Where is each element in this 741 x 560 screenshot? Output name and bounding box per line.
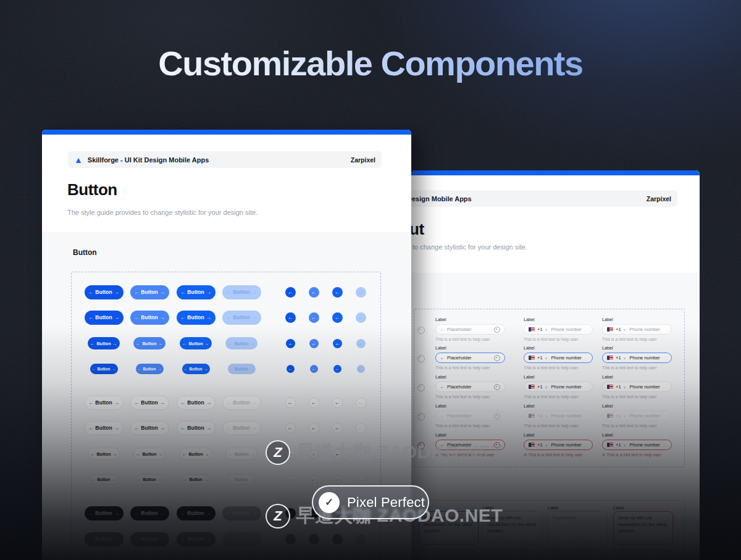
icon-button-filled[interactable]: ← (332, 312, 343, 323)
icon-button-filled[interactable]: ← (309, 312, 319, 323)
button-pill-filled[interactable]: ←Button→ (90, 364, 118, 374)
input-field-phone-filled[interactable]: +1∨Phone number (524, 382, 593, 392)
icon-button-outline[interactable]: ← (285, 423, 296, 433)
input-field-phone-disabled[interactable]: +1∨Phone number (602, 411, 672, 421)
button-pill-outline[interactable]: ←Button→ (177, 421, 216, 435)
icon-button-outline[interactable]: ← (309, 449, 319, 459)
button-pill-filled[interactable]: ←Button→ (130, 285, 169, 299)
input-field-text-disabled[interactable]: ←Placeholder (435, 411, 505, 421)
button-pill-outline[interactable]: ←Button→ (88, 448, 120, 460)
button-pill-outline-disabled[interactable]: ←Button→ (222, 396, 261, 410)
textarea-error[interactable]: Keep up with our newsletters for the lat… (613, 511, 673, 545)
button-pill-dark[interactable]: ←Button→ (130, 506, 169, 520)
icon-button-outline-disabled[interactable]: ← (356, 423, 366, 433)
button-pill-outline[interactable]: ←Button→ (130, 396, 169, 410)
button-pill-filled-disabled[interactable]: ←Button→ (222, 311, 261, 325)
icon-button-filled-disabled[interactable]: ← (356, 287, 366, 298)
button-pill-outline[interactable]: ←Button→ (177, 396, 216, 410)
button-pill-outline-disabled[interactable]: ←Button→ (225, 448, 257, 460)
icon-button-outline[interactable]: ← (310, 475, 318, 483)
input-field-phone-error[interactable]: +1∨Phone number (602, 440, 672, 450)
icon-button-outline[interactable]: ← (309, 398, 319, 408)
button-pill-filled[interactable]: ←Button→ (85, 311, 124, 325)
icon-button-dark[interactable]: ← (309, 534, 319, 545)
icon-button-filled[interactable]: ← (309, 339, 319, 348)
icon-button-filled[interactable]: ← (333, 365, 341, 373)
button-pill-outline[interactable]: ←Button→ (133, 448, 165, 460)
button-pill-filled[interactable]: ←Button→ (88, 337, 120, 349)
input-field-text-focused[interactable]: ←Placeholder (435, 353, 505, 363)
icon-button-filled[interactable]: ← (310, 365, 318, 373)
icon-button-outline-disabled[interactable]: ← (356, 449, 366, 459)
button-pill-filled[interactable]: ←Button→ (133, 337, 165, 349)
icon-button-filled-disabled[interactable]: ← (356, 312, 366, 323)
button-pill-outline-disabled[interactable]: ←Button→ (222, 421, 261, 435)
button-pill-filled[interactable]: ←Button→ (182, 364, 210, 374)
button-pill-dark[interactable]: ←Button→ (85, 532, 124, 546)
button-pill-dark[interactable]: ←Button→ (85, 506, 124, 520)
icon-button-filled[interactable]: ← (285, 312, 296, 323)
button-pill-outline[interactable]: ←Button→ (182, 474, 210, 485)
button-pill-filled[interactable]: ←Button→ (130, 311, 169, 325)
icon-button-filled-disabled[interactable]: ← (356, 339, 366, 348)
input-field-text-error[interactable]: ←Placeholder (435, 440, 505, 450)
button-pill-outline-disabled[interactable]: ←Button→ (228, 474, 256, 485)
arrow-left-icon: ← (358, 341, 363, 346)
icon-button-outline-disabled[interactable]: ← (357, 475, 365, 483)
icon-button-dark[interactable]: ← (285, 534, 296, 545)
button-pill-outline[interactable]: ←Button→ (180, 448, 212, 460)
input-field-text-filled[interactable]: ←Placeholder (435, 382, 505, 392)
button-pill-filled[interactable]: ←Button→ (177, 285, 216, 299)
arrow-left-icon: ← (359, 367, 363, 371)
icon-button-dark[interactable]: ← (332, 534, 343, 545)
button-pill-outline[interactable]: ←Button→ (85, 396, 124, 410)
icon-button-filled[interactable]: ← (286, 339, 295, 348)
icon-button-outline[interactable]: ← (309, 423, 319, 433)
button-pill-filled[interactable]: ←Button→ (180, 337, 212, 349)
icon-button-filled[interactable]: ← (309, 287, 319, 298)
input-field-phone-focused[interactable]: +1∨Phone number (602, 353, 672, 363)
icon-button-outline[interactable]: ← (286, 449, 295, 459)
icon-button-outline[interactable]: ← (333, 449, 342, 459)
input-field-phone-focused[interactable]: +1∨Phone number (524, 353, 593, 363)
button-pill-filled[interactable]: ←Button→ (85, 285, 124, 299)
button-pill-outline[interactable]: ←Button→ (90, 474, 118, 485)
button-pill-filled-disabled[interactable]: ←Button→ (225, 337, 257, 349)
textarea-default[interactable]: Keep up with our newsletters for the lat… (482, 511, 542, 545)
icon-button-filled[interactable]: ← (285, 287, 296, 298)
input-field-phone-default[interactable]: +1∨Phone number (524, 324, 593, 335)
button-label: Button (234, 341, 248, 346)
icon-button-filled[interactable]: ← (287, 365, 295, 373)
button-pill-filled[interactable]: ←Button→ (177, 311, 216, 325)
button-pill-outline[interactable]: ←Button→ (130, 421, 169, 435)
button-pill-outline[interactable]: ←Button→ (85, 421, 124, 435)
button-pill-filled[interactable]: ←Button→ (136, 364, 164, 374)
icon-button-filled[interactable]: ← (333, 339, 342, 348)
button-pill-filled-disabled[interactable]: ←Button→ (228, 364, 256, 374)
button-pill-dark-disabled[interactable]: ←Button→ (222, 532, 261, 546)
icon-button-filled-disabled[interactable]: ← (357, 365, 365, 373)
icon-button-outline[interactable]: ← (332, 398, 343, 408)
textarea-placeholder[interactable]: Placeholder (548, 511, 608, 545)
button-pill-dark[interactable]: ←Button→ (130, 532, 169, 546)
button-pill-filled-disabled[interactable]: ←Button→ (222, 285, 261, 299)
icon-button-dark[interactable]: ← (285, 508, 296, 519)
input-field-text-default[interactable]: ←Placeholder (435, 324, 505, 335)
icon-button-outline[interactable]: ← (285, 398, 296, 408)
input-field-phone-default[interactable]: +1∨Phone number (602, 324, 672, 335)
icon-button-outline[interactable]: ← (333, 475, 341, 483)
input-field-phone-error[interactable]: +1∨Phone number (524, 440, 593, 450)
icon-button-outline[interactable]: ← (287, 475, 295, 483)
button-pill-dark-disabled[interactable]: ←Button→ (222, 506, 261, 520)
icon-button-outline-disabled[interactable]: ← (356, 398, 366, 408)
textarea-focused[interactable]: Keep up with our newsletters for the lat… (419, 511, 479, 545)
icon-button-filled[interactable]: ← (332, 287, 343, 298)
button-pill-dark[interactable]: ←Button→ (177, 532, 216, 546)
input-field-phone-filled[interactable]: +1∨Phone number (602, 382, 672, 392)
button-pill-dark[interactable]: ←Button→ (177, 506, 216, 520)
info-circle-icon (417, 413, 425, 420)
button-pill-outline[interactable]: ←Button→ (136, 474, 164, 485)
icon-button-dark-disabled[interactable]: ← (356, 534, 366, 545)
input-field-phone-disabled[interactable]: +1∨Phone number (524, 411, 593, 421)
icon-button-outline[interactable]: ← (332, 423, 343, 433)
